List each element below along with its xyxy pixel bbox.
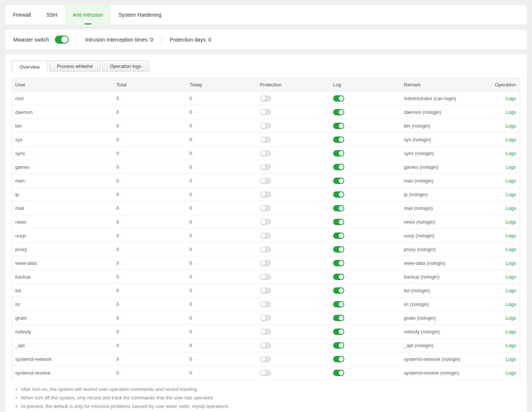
top-tab[interactable]: System Hardening [111,5,169,24]
log-toggle[interactable] [333,246,344,253]
log-toggle[interactable] [333,260,344,266]
logs-link[interactable]: Logs [506,247,516,252]
log-toggle[interactable] [333,123,344,129]
protection-toggle[interactable] [260,123,271,129]
protection-cell [257,339,330,352]
logs-link[interactable]: Logs [506,356,516,362]
user-cell: systemd-resolve [12,366,114,380]
protection-toggle[interactable] [260,164,271,170]
sub-tab[interactable]: Overview [12,60,47,73]
log-toggle[interactable] [333,370,344,376]
logs-link[interactable]: Logs [506,329,516,334]
table-row: games 0 0 games (nologin) Logs [12,160,520,174]
logs-link[interactable]: Logs [506,205,516,211]
column-header: Today [187,78,257,92]
protection-toggle[interactable] [260,233,271,239]
logs-link[interactable]: Logs [506,192,516,197]
total-cell: 0 [114,188,187,201]
logs-link[interactable]: Logs [506,178,516,184]
log-toggle[interactable] [333,178,344,184]
protection-toggle[interactable] [260,109,271,115]
logs-link[interactable]: Logs [506,288,516,293]
log-toggle[interactable] [333,233,344,239]
protection-toggle[interactable] [260,205,271,211]
column-header-label: Log [333,82,341,88]
master-switch-label: Mwaster switch [13,37,49,43]
operation-cell: Logs [493,339,520,352]
column-header-label: Operation [495,82,516,88]
sub-tab[interactable]: Process whitelist [49,60,101,72]
protection-toggle[interactable] [260,178,271,184]
log-toggle[interactable] [333,274,344,280]
operation-cell: Logs [493,133,520,146]
log-toggle[interactable] [333,164,344,170]
log-toggle[interactable] [333,287,344,294]
log-toggle[interactable] [333,342,344,349]
protection-toggle[interactable] [260,301,271,307]
logs-link[interactable]: Logs [506,164,516,170]
logs-link[interactable]: Logs [506,260,516,266]
logs-link[interactable]: Logs [506,137,516,142]
table-row: news 0 0 news (nologin) Logs [12,215,520,229]
protection-toggle[interactable] [260,260,271,266]
log-toggle[interactable] [333,315,344,321]
table-row: sync 0 0 sync (nologin) Logs [12,146,520,160]
top-tab[interactable]: Firewall [5,5,39,24]
master-switch-toggle[interactable] [55,36,69,44]
operation-cell: Logs [493,270,520,284]
log-toggle[interactable] [333,136,344,143]
log-toggle[interactable] [333,95,344,102]
operation-cell: Logs [493,146,520,160]
logs-link[interactable]: Logs [506,151,516,156]
protection-toggle[interactable] [260,356,271,362]
log-cell [330,133,401,146]
user-cell: www-data [12,256,114,270]
sub-tab[interactable]: Operation logs [102,60,149,72]
protection-toggle[interactable] [260,191,271,198]
logs-link[interactable]: Logs [506,343,516,348]
protection-toggle[interactable] [260,219,271,225]
log-cell [330,92,401,105]
protection-cell [257,311,330,325]
logs-link[interactable]: Logs [506,315,516,321]
log-toggle[interactable] [333,219,344,225]
log-toggle[interactable] [333,329,344,335]
operation-cell: Logs [493,256,520,270]
remark-cell: sys (nologin) [401,133,493,146]
top-tab[interactable]: SSH [39,5,65,24]
protection-toggle[interactable] [260,274,271,280]
protection-toggle[interactable] [260,370,271,376]
logs-link[interactable]: Logs [506,123,516,129]
logs-link[interactable]: Logs [506,370,516,376]
logs-link[interactable]: Logs [506,233,516,238]
protection-toggle[interactable] [260,315,271,321]
log-toggle[interactable] [333,191,344,198]
log-toggle[interactable] [333,205,344,211]
log-toggle[interactable] [333,356,344,362]
logs-link[interactable]: Logs [506,219,516,225]
operation-cell: Logs [493,243,520,256]
user-cell: root [12,92,114,105]
top-tab[interactable]: Anti Intrusion [65,5,111,24]
operation-cell: Logs [493,311,520,325]
log-toggle[interactable] [333,109,344,115]
protection-toggle[interactable] [260,246,271,253]
logs-link[interactable]: Logs [506,301,516,307]
protection-toggle[interactable] [260,342,271,349]
protection-toggle[interactable] [260,287,271,294]
table-row: backup 0 0 backup (nologin) Logs [12,270,520,284]
protection-toggle[interactable] [260,329,271,335]
protection-toggle[interactable] [260,95,271,102]
log-toggle[interactable] [333,301,344,307]
protection-toggle[interactable] [260,136,271,143]
logs-link[interactable]: Logs [506,96,516,101]
protection-cell [257,201,330,215]
total-cell: 0 [114,229,187,243]
protection-cell [257,352,330,366]
total-cell: 0 [114,325,187,339]
logs-link[interactable]: Logs [506,274,516,280]
logs-link[interactable]: Logs [506,109,516,115]
protection-days-stat: Protection days: 0 [170,37,211,43]
protection-toggle[interactable] [260,150,271,156]
log-toggle[interactable] [333,150,344,156]
